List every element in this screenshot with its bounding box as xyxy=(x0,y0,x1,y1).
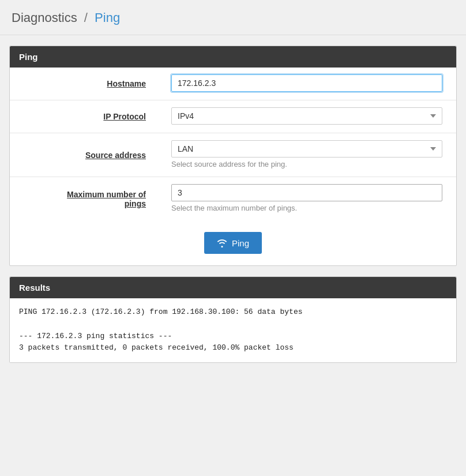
breadcrumb: Diagnostics / Ping xyxy=(12,10,454,25)
ip-protocol-select[interactable]: IPv4 IPv6 xyxy=(171,107,442,125)
ip-protocol-label: IP Protocol xyxy=(103,112,146,121)
ping-button-row: Ping xyxy=(10,220,456,265)
hostname-label-cell: Hostname xyxy=(10,68,160,100)
hostname-row: Hostname xyxy=(10,68,456,100)
hostname-label: Hostname xyxy=(107,79,146,88)
source-address-label-cell: Source address xyxy=(10,133,160,177)
results-card-title: Results xyxy=(19,283,50,293)
ping-form-table: Hostname IP Protocol IPv4 IPv6 Source ad… xyxy=(10,68,456,220)
results-output: PING 172.16.2.3 (172.16.2.3) from 192.16… xyxy=(10,298,456,362)
results-card: Results PING 172.16.2.3 (172.16.2.3) fro… xyxy=(9,276,457,363)
max-pings-row: Maximum number of pings Select the maxim… xyxy=(10,177,456,221)
ping-button-label: Ping xyxy=(232,238,249,248)
source-address-row: Source address LAN WAN loopback Select s… xyxy=(10,133,456,177)
breadcrumb-separator: / xyxy=(84,10,88,25)
page-header: Diagnostics / Ping xyxy=(0,0,466,35)
ping-card: Ping Hostname IP Protocol IPv4 IPv6 xyxy=(9,46,457,266)
hostname-input-cell xyxy=(160,68,456,100)
source-address-label: Source address xyxy=(85,151,146,160)
breadcrumb-current: Ping xyxy=(95,10,120,25)
ip-protocol-label-cell: IP Protocol xyxy=(10,100,160,133)
results-card-header: Results xyxy=(10,277,456,298)
ip-protocol-row: IP Protocol IPv4 IPv6 xyxy=(10,100,456,133)
source-address-input-cell: LAN WAN loopback Select source address f… xyxy=(160,133,456,177)
max-pings-input[interactable] xyxy=(171,184,442,201)
max-pings-label-cell: Maximum number of pings xyxy=(10,177,160,221)
breadcrumb-parent: Diagnostics xyxy=(12,10,77,25)
hostname-input[interactable] xyxy=(171,74,442,92)
max-pings-input-cell: Select the maximum number of pings. xyxy=(160,177,456,221)
ping-card-title: Ping xyxy=(19,52,38,62)
max-pings-hint: Select the maximum number of pings. xyxy=(171,204,445,212)
source-address-hint: Select source address for the ping. xyxy=(171,160,445,168)
ping-card-header: Ping xyxy=(10,46,456,68)
source-address-select[interactable]: LAN WAN loopback xyxy=(171,140,442,158)
ping-button[interactable]: Ping xyxy=(204,232,262,254)
ping-wifi-icon xyxy=(217,238,227,248)
ip-protocol-input-cell: IPv4 IPv6 xyxy=(160,100,456,133)
max-pings-label: Maximum number of pings xyxy=(67,190,146,208)
